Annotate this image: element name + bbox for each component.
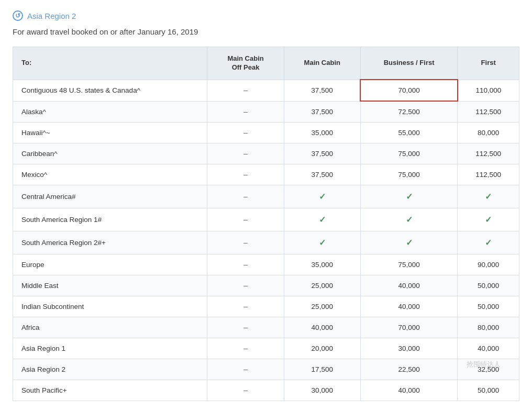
cell-first: 112,500 bbox=[458, 164, 519, 185]
cell-main_cabin_off_peak: – bbox=[207, 143, 284, 164]
region-header: ↺ Asia Region 2 bbox=[13, 10, 519, 21]
cell-destination: Central America# bbox=[13, 185, 207, 208]
table-row: Contiguous 48 U.S. states & Canada^–37,5… bbox=[13, 80, 519, 101]
cell-first: 112,500 bbox=[458, 101, 519, 123]
table-row: Europe–35,00075,00090,000 bbox=[13, 254, 519, 275]
table-row: Caribbean^–37,50075,000112,500 bbox=[13, 143, 519, 164]
cell-business_first: 40,000 bbox=[360, 275, 457, 296]
table-row: Asia Region 1–20,00030,00040,000 bbox=[13, 338, 519, 359]
cell-main_cabin: 25,000 bbox=[284, 275, 360, 296]
cell-first: 90,000 bbox=[458, 254, 519, 275]
table-row: Africa–40,00070,00080,000 bbox=[13, 317, 519, 338]
cell-main_cabin_off_peak: – bbox=[207, 317, 284, 338]
table-row: Asia Region 2–17,50022,50032,500 bbox=[13, 359, 519, 380]
table-row: Alaska^–37,50072,500112,500 bbox=[13, 101, 519, 123]
cell-main_cabin_off_peak: – bbox=[207, 101, 284, 123]
cell-business_first: 70,000 bbox=[360, 80, 457, 101]
cell-main_cabin_off_peak: – bbox=[207, 359, 284, 380]
cell-destination: Asia Region 1 bbox=[13, 338, 207, 359]
cell-first: 50,000 bbox=[458, 296, 519, 317]
cell-business_first: 70,000 bbox=[360, 317, 457, 338]
cell-main_cabin: ✓ bbox=[284, 208, 360, 231]
cell-main_cabin: 25,000 bbox=[284, 296, 360, 317]
cell-destination: Mexico^ bbox=[13, 164, 207, 185]
cell-business_first: 30,000 bbox=[360, 338, 457, 359]
cell-main_cabin_off_peak: – bbox=[207, 296, 284, 317]
region-icon: ↺ bbox=[13, 10, 23, 21]
cell-business_first: 22,500 bbox=[360, 359, 457, 380]
region-title[interactable]: Asia Region 2 bbox=[27, 12, 76, 20]
cell-main_cabin_off_peak: – bbox=[207, 185, 284, 208]
cell-first: 40,000 bbox=[458, 338, 519, 359]
table-row: Central America#–✓✓✓ bbox=[13, 185, 519, 208]
cell-main_cabin_off_peak: – bbox=[207, 208, 284, 231]
cell-business_first: 55,000 bbox=[360, 123, 457, 143]
cell-destination: South America Region 2#+ bbox=[13, 231, 207, 254]
cell-first: 110,000 bbox=[458, 80, 519, 101]
cell-first: ✓ bbox=[458, 208, 519, 231]
cell-business_first: 40,000 bbox=[360, 296, 457, 317]
cell-business_first: ✓ bbox=[360, 231, 457, 254]
cell-business_first: 72,500 bbox=[360, 101, 457, 123]
cell-main_cabin: 40,000 bbox=[284, 317, 360, 338]
cell-main_cabin: 37,500 bbox=[284, 164, 360, 185]
cell-destination: Caribbean^ bbox=[13, 143, 207, 164]
subtitle: For award travel booked on or after Janu… bbox=[13, 27, 519, 36]
col-header-main-cabin: Main Cabin bbox=[284, 47, 360, 80]
table-row: South America Region 2#+–✓✓✓ bbox=[13, 231, 519, 254]
cell-destination: Contiguous 48 U.S. states & Canada^ bbox=[13, 80, 207, 101]
col-header-first: First bbox=[458, 47, 519, 80]
cell-destination: Indian Subcontinent bbox=[13, 296, 207, 317]
cell-business_first: 75,000 bbox=[360, 164, 457, 185]
cell-business_first: 75,000 bbox=[360, 254, 457, 275]
cell-first: ✓ bbox=[458, 185, 519, 208]
cell-first: 112,500 bbox=[458, 143, 519, 164]
cell-destination: South Pacific+ bbox=[13, 380, 207, 401]
col-header-off-peak: Main CabinOff Peak bbox=[207, 47, 284, 80]
cell-main_cabin: 37,500 bbox=[284, 101, 360, 123]
cell-main_cabin: 30,000 bbox=[284, 380, 360, 401]
award-table: To: Main CabinOff Peak Main Cabin Busine… bbox=[13, 47, 519, 401]
cell-first: 50,000 bbox=[458, 275, 519, 296]
cell-destination: Alaska^ bbox=[13, 101, 207, 123]
col-header-business-first: Business / First bbox=[360, 47, 457, 80]
cell-first: ✓ bbox=[458, 231, 519, 254]
cell-first: 32,500 bbox=[458, 359, 519, 380]
table-row: South Pacific+–30,00040,00050,000 bbox=[13, 380, 519, 401]
table-row: Indian Subcontinent–25,00040,00050,000 bbox=[13, 296, 519, 317]
cell-business_first: 40,000 bbox=[360, 380, 457, 401]
cell-destination: Hawaii^~ bbox=[13, 123, 207, 143]
cell-main_cabin_off_peak: – bbox=[207, 380, 284, 401]
cell-destination: South America Region 1# bbox=[13, 208, 207, 231]
table-row: Hawaii^~–35,00055,00080,000 bbox=[13, 123, 519, 143]
col-header-to: To: bbox=[13, 47, 207, 80]
cell-destination: Africa bbox=[13, 317, 207, 338]
cell-main_cabin: 35,000 bbox=[284, 254, 360, 275]
cell-main_cabin: 37,500 bbox=[284, 80, 360, 101]
cell-main_cabin_off_peak: – bbox=[207, 254, 284, 275]
cell-main_cabin_off_peak: – bbox=[207, 164, 284, 185]
cell-main_cabin: 37,500 bbox=[284, 143, 360, 164]
cell-main_cabin_off_peak: – bbox=[207, 80, 284, 101]
cell-main_cabin: 20,000 bbox=[284, 338, 360, 359]
cell-business_first: 75,000 bbox=[360, 143, 457, 164]
cell-destination: Middle East bbox=[13, 275, 207, 296]
cell-business_first: ✓ bbox=[360, 185, 457, 208]
cell-main_cabin_off_peak: – bbox=[207, 275, 284, 296]
cell-main_cabin_off_peak: – bbox=[207, 231, 284, 254]
table-row: Middle East–25,00040,00050,000 bbox=[13, 275, 519, 296]
cell-destination: Europe bbox=[13, 254, 207, 275]
cell-main_cabin: 17,500 bbox=[284, 359, 360, 380]
table-row: South America Region 1#–✓✓✓ bbox=[13, 208, 519, 231]
cell-business_first: ✓ bbox=[360, 208, 457, 231]
cell-main_cabin_off_peak: – bbox=[207, 123, 284, 143]
cell-first: 80,000 bbox=[458, 317, 519, 338]
cell-first: 50,000 bbox=[458, 380, 519, 401]
cell-main_cabin: 35,000 bbox=[284, 123, 360, 143]
cell-destination: Asia Region 2 bbox=[13, 359, 207, 380]
cell-main_cabin: ✓ bbox=[284, 185, 360, 208]
table-header-row: To: Main CabinOff Peak Main Cabin Busine… bbox=[13, 47, 519, 80]
table-row: Mexico^–37,50075,000112,500 bbox=[13, 164, 519, 185]
cell-main_cabin_off_peak: – bbox=[207, 338, 284, 359]
cell-main_cabin: ✓ bbox=[284, 231, 360, 254]
